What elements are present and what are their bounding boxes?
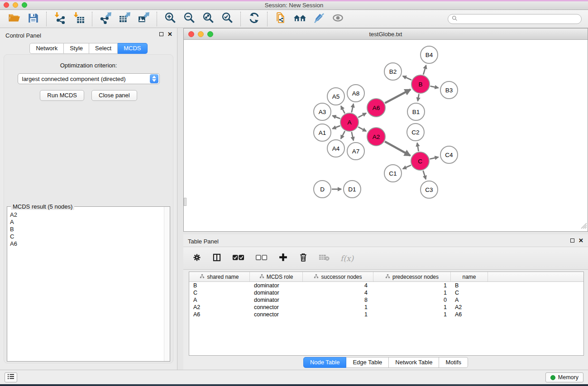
- zoom-out-button[interactable]: [182, 12, 196, 26]
- table-cell[interactable]: 0: [373, 297, 451, 303]
- close-panel-icon[interactable]: ✕: [167, 32, 172, 37]
- import-network-button[interactable]: [53, 12, 67, 26]
- graph-node-C3[interactable]: C3: [421, 181, 438, 198]
- save-session-button[interactable]: [26, 12, 40, 26]
- criterion-dropdown[interactable]: largest connected component (directed): [18, 73, 160, 84]
- graph-node-C1[interactable]: C1: [384, 165, 402, 182]
- graph-edge-B-B3[interactable]: [430, 86, 439, 88]
- run-mcds-button[interactable]: Run MCDS: [40, 90, 84, 101]
- column-header-mcds-role[interactable]: MCDS role: [250, 272, 303, 281]
- mcds-result-item[interactable]: A2: [10, 211, 163, 219]
- mcds-result-item[interactable]: C: [10, 233, 163, 240]
- graph-node-A8[interactable]: A8: [347, 85, 364, 102]
- graph-edge-C-C3[interactable]: [423, 171, 426, 179]
- graph-edge-A-A1[interactable]: [332, 126, 340, 129]
- network-canvas[interactable]: AA1A2A3A4A5A6A7A8BB1B2B3B4CC1C2C3C4DD1: [184, 40, 588, 231]
- graph-edge-B-B1[interactable]: [418, 94, 419, 101]
- table-cell[interactable]: connector: [250, 311, 303, 318]
- graph-node-A[interactable]: A: [340, 113, 359, 131]
- table-cell[interactable]: A2: [189, 304, 250, 310]
- graph-node-C2[interactable]: C2: [407, 124, 424, 141]
- float-panel-icon[interactable]: [570, 238, 574, 243]
- table-cell[interactable]: 1: [303, 311, 373, 318]
- graph-edge-C-C1[interactable]: [403, 165, 411, 169]
- table-cell[interactable]: C: [451, 290, 488, 296]
- tab-motifs[interactable]: Motifs: [439, 357, 468, 368]
- table-cell[interactable]: connector: [250, 304, 303, 310]
- window-resize-grip[interactable]: [581, 223, 587, 231]
- graph-edge-A-A3[interactable]: [332, 116, 340, 119]
- table-cell[interactable]: 8: [303, 297, 373, 303]
- graph-edge-A-A2[interactable]: [358, 127, 366, 131]
- table-cell[interactable]: 1: [373, 311, 451, 318]
- graph-edge-A-A5[interactable]: [341, 106, 345, 113]
- graph-edge-A-A4[interactable]: [341, 131, 345, 139]
- export-network-button[interactable]: [98, 12, 113, 26]
- function-builder-button[interactable]: f(x): [340, 254, 354, 263]
- search-input[interactable]: [460, 15, 578, 22]
- graph-node-C4[interactable]: C4: [440, 146, 458, 163]
- table-cell[interactable]: A6: [189, 311, 250, 318]
- table-cell[interactable]: C: [189, 290, 250, 296]
- tab-network-table[interactable]: Network Table: [389, 357, 439, 368]
- zoom-selected-button[interactable]: [220, 12, 234, 26]
- delete-columns-button[interactable]: [299, 253, 308, 264]
- memory-button[interactable]: Memory: [545, 372, 583, 382]
- graph-edge-A-A6[interactable]: [358, 113, 366, 118]
- graph-edge-C-C4[interactable]: [430, 157, 438, 159]
- table-cell[interactable]: 1: [373, 282, 451, 289]
- mcds-result-item[interactable]: B: [10, 226, 163, 233]
- network-snapshot-button[interactable]: [273, 12, 288, 26]
- table-cell[interactable]: 4: [303, 290, 373, 296]
- zoom-in-button[interactable]: [163, 12, 177, 26]
- graph-node-B[interactable]: B: [411, 75, 430, 93]
- graph-node-A5[interactable]: A5: [327, 88, 344, 105]
- table-cell[interactable]: 1: [303, 304, 373, 310]
- graph-edge-A-A7[interactable]: [352, 132, 354, 140]
- tab-select[interactable]: Select: [89, 43, 118, 54]
- panel-splitter-handle[interactable]: [184, 198, 186, 206]
- graph-edge-A6-B[interactable]: [385, 90, 410, 103]
- column-header-successor-nodes[interactable]: successor nodes: [303, 272, 373, 281]
- close-panel-button[interactable]: Close panel: [91, 90, 137, 101]
- table-options-button[interactable]: [192, 253, 201, 264]
- search-field[interactable]: [448, 14, 582, 24]
- graph-edge-C-C2[interactable]: [417, 143, 419, 152]
- table-row[interactable]: Cdominator41C: [189, 289, 583, 296]
- table-cell[interactable]: 1: [373, 304, 451, 310]
- column-header-predecessor-nodes[interactable]: predecessor nodes: [373, 272, 451, 281]
- show-column-button[interactable]: [212, 253, 221, 264]
- column-header-shared-name[interactable]: shared name: [189, 272, 250, 281]
- tab-node-table[interactable]: Node Table: [303, 357, 347, 368]
- graph-edge-A2-C[interactable]: [385, 142, 410, 156]
- table-row[interactable]: A2connector11A2: [189, 304, 583, 311]
- apply-layout-button[interactable]: [247, 12, 261, 26]
- table-cell[interactable]: dominator: [250, 297, 303, 303]
- table-row[interactable]: A6connector11A6: [189, 311, 583, 318]
- column-header-name[interactable]: name: [451, 272, 488, 281]
- mcds-result-item[interactable]: A6: [10, 240, 163, 248]
- unselect-all-columns-button[interactable]: [255, 254, 268, 262]
- table-cell[interactable]: A2: [451, 304, 488, 310]
- create-column-button[interactable]: [278, 253, 288, 264]
- close-panel-icon[interactable]: ✕: [578, 238, 583, 243]
- table-row[interactable]: Adominator80A: [189, 296, 583, 304]
- graph-node-B1[interactable]: B1: [407, 103, 425, 120]
- export-image-button[interactable]: [136, 12, 151, 26]
- graph-edge-B-B2[interactable]: [403, 76, 411, 80]
- delete-table-button[interactable]: [319, 253, 330, 263]
- float-panel-icon[interactable]: [159, 32, 163, 36]
- graph-node-B2[interactable]: B2: [384, 63, 402, 80]
- export-table-button[interactable]: [117, 12, 132, 26]
- table-cell[interactable]: 4: [303, 282, 373, 289]
- table-cell[interactable]: dominator: [250, 290, 303, 296]
- graph-node-D[interactable]: D: [314, 181, 331, 198]
- table-cell[interactable]: B: [189, 282, 250, 289]
- graph-node-B4[interactable]: B4: [421, 46, 438, 63]
- table-cell[interactable]: A: [189, 297, 250, 303]
- graph-edge-A-A8[interactable]: [352, 104, 354, 112]
- tab-style[interactable]: Style: [64, 43, 89, 54]
- graph-node-A4[interactable]: A4: [327, 140, 344, 157]
- table-cell[interactable]: A: [451, 297, 488, 303]
- select-all-columns-button[interactable]: [232, 254, 244, 262]
